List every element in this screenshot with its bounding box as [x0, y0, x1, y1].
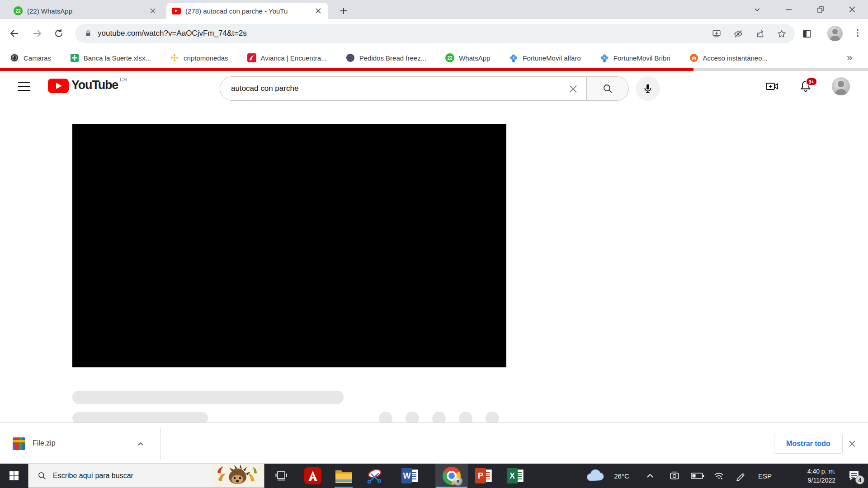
create-video-icon[interactable] [765, 79, 779, 94]
preview-hidden-eye-icon[interactable] [732, 28, 744, 40]
weather-cloud-icon[interactable] [582, 464, 608, 488]
bookmark-fortunemovil-bribri[interactable]: FortuneMovil Bribri [597, 51, 673, 65]
tab-close-icon[interactable] [314, 6, 323, 15]
forward-button[interactable] [29, 25, 45, 42]
powerpoint-icon[interactable]: P [473, 464, 495, 488]
whatsapp-icon: 22 [445, 53, 454, 62]
window-menu-chevron-icon[interactable] [744, 0, 770, 19]
file-explorer-icon[interactable] [333, 464, 354, 488]
acrobat-reader-icon[interactable] [302, 464, 324, 488]
search-icon [38, 471, 47, 480]
youtube-masthead: YouTube CR 9+ [0, 71, 868, 102]
youtube-logo[interactable]: YouTube CR [48, 78, 127, 93]
clear-search-icon[interactable] [566, 82, 580, 96]
bookmark-star-icon[interactable] [776, 28, 788, 40]
youtube-play-icon [48, 79, 69, 93]
reload-button[interactable] [51, 25, 67, 42]
snipping-tool-icon[interactable] [363, 464, 385, 488]
whatsapp-favicon-icon: 22 [14, 6, 23, 15]
youtube-country-code: CR [120, 77, 127, 82]
wifi-icon[interactable] [710, 464, 728, 488]
excel-icon[interactable]: X [505, 464, 527, 488]
tab-youtube-active[interactable]: (278) autocad con parche - YouTu [166, 3, 328, 19]
youtube-search-input[interactable] [231, 84, 547, 93]
camera-lens-icon [10, 53, 19, 62]
bookmark-avianca[interactable]: Avianca | Encuentra... [245, 51, 330, 65]
bookmark-acceso-instantaneo[interactable]: Acceso instantáneo... [687, 51, 770, 65]
action-center-button[interactable]: 4 [840, 464, 868, 488]
keyboard-language[interactable]: ESP [752, 464, 778, 488]
bookmark-banca-la-suerte[interactable]: Banca la Suerte.xlsx... [67, 51, 154, 65]
temperature-text[interactable]: 26°C [609, 464, 635, 488]
tab-whatsapp[interactable]: 22 (22) WhatsApp [8, 3, 163, 19]
word-letter: W [401, 468, 412, 483]
spreadsheet-icon [70, 53, 79, 62]
video-player[interactable] [72, 124, 506, 367]
excel-letter: X [507, 468, 518, 483]
bookmark-whatsapp[interactable]: 22 WhatsApp [443, 51, 493, 65]
tab-title: (278) autocad con parche - YouTu [185, 7, 309, 15]
youtube-page-content [0, 102, 868, 422]
loading-avatar-placeholder [486, 412, 499, 422]
avianca-icon [247, 53, 256, 62]
new-tab-button[interactable] [336, 4, 351, 18]
tray-overflow-chevron-icon[interactable] [642, 464, 658, 488]
bookmark-pedidos-bread[interactable]: Pedidos Bread freez... [343, 51, 429, 65]
share-icon[interactable] [754, 28, 766, 40]
start-button[interactable] [0, 464, 28, 488]
capture-device-icon[interactable] [665, 464, 684, 488]
fortunemovil-pinwheel-icon [600, 53, 609, 62]
task-view-button[interactable] [270, 464, 292, 488]
notification-count-badge: 9+ [806, 77, 817, 86]
install-app-icon[interactable] [711, 28, 722, 40]
close-window-button[interactable] [839, 0, 865, 19]
search-highlight-hedgehog-image[interactable] [211, 464, 264, 488]
clock-date: 9/11/2022 [808, 476, 835, 485]
guide-menu-icon[interactable] [18, 81, 30, 92]
loading-avatar-placeholder [432, 412, 446, 422]
browser-tab-strip: 22 (22) WhatsApp (278) autocad con parch… [0, 0, 868, 19]
restore-button[interactable] [807, 0, 834, 19]
minimize-button[interactable] [776, 0, 802, 19]
notifications-bell-icon[interactable]: 9+ [798, 79, 813, 94]
chrome-logo-icon [443, 467, 461, 485]
word-icon[interactable]: W [400, 464, 421, 488]
browser-menu-icon[interactable] [853, 28, 863, 40]
search-button[interactable] [586, 76, 629, 101]
show-all-downloads-button[interactable]: Mostrar todo [774, 434, 843, 454]
pedidos-bread-icon [346, 53, 355, 62]
browser-profile-avatar[interactable] [827, 26, 843, 41]
downloaded-file-name[interactable]: File.zip [33, 439, 56, 447]
side-panel-icon[interactable] [801, 28, 813, 40]
binance-diamond-icon [170, 53, 179, 62]
voice-search-button[interactable] [636, 76, 660, 101]
back-button[interactable] [6, 25, 23, 42]
tab-close-icon[interactable] [148, 6, 157, 15]
youtube-favicon-icon [172, 8, 181, 14]
address-bar[interactable]: youtube.com/watch?v=AaOCjvFm_74&t=2s [75, 24, 795, 43]
bookmark-fortunemovil-alfaro[interactable]: FortuneMovil alfaro [506, 51, 583, 65]
pen-icon[interactable] [731, 464, 750, 488]
loading-text-placeholder [72, 412, 208, 422]
clock-time: 4:40 p. m. [807, 467, 835, 476]
taskbar-search-input[interactable] [53, 472, 189, 480]
soccer-ball-overlay-icon [453, 477, 462, 486]
bookmarks-overflow-chevron-icon[interactable]: » [843, 51, 856, 65]
close-shelf-icon[interactable] [846, 438, 858, 450]
browser-toolbar: youtube.com/watch?v=AaOCjvFm_74&t=2s [0, 19, 868, 47]
loading-avatar-placeholder [459, 412, 472, 422]
powerpoint-letter: P [475, 468, 486, 483]
chrome-icon-active[interactable] [435, 464, 468, 488]
tab-title: (22) WhatsApp [27, 7, 144, 15]
bookmark-camaras[interactable]: Camaras [7, 51, 54, 65]
lock-icon[interactable] [84, 29, 92, 38]
taskbar-clock[interactable]: 4:40 p. m. 9/11/2022 [786, 464, 835, 488]
bookmark-criptomonedas[interactable]: criptomonedas [167, 51, 231, 65]
youtube-search-box [220, 76, 587, 101]
desktop: 22 (22) WhatsApp (278) autocad con parch… [0, 0, 868, 488]
taskbar-search-box[interactable] [28, 464, 264, 488]
battery-icon[interactable] [688, 464, 707, 488]
download-options-chevron-icon[interactable] [135, 438, 146, 450]
url-text[interactable]: youtube.com/watch?v=AaOCjvFm_74&t=2s [98, 29, 247, 38]
youtube-account-avatar[interactable] [832, 77, 850, 95]
